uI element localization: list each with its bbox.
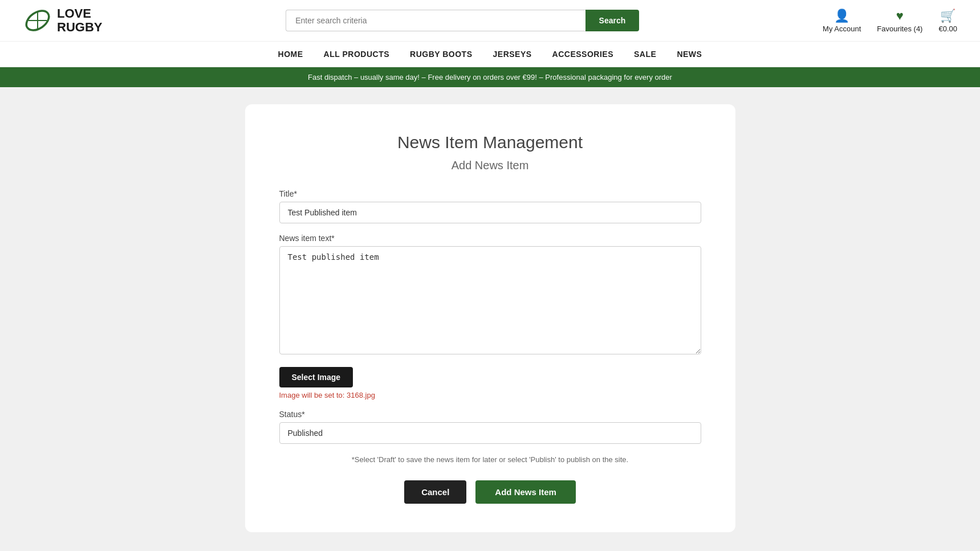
title-input[interactable] (279, 202, 701, 223)
form-actions: Cancel Add News Item (279, 480, 701, 504)
main-nav: HOME ALL PRODUCTS RUGBY BOOTS JERSEYS AC… (0, 42, 980, 67)
favourites-link[interactable]: ♥ Favourites (4) (877, 9, 922, 33)
nav-news[interactable]: NEWS (677, 50, 702, 59)
heart-icon: ♥ (896, 9, 904, 23)
main-content: News Item Management Add News Item Title… (0, 87, 980, 549)
status-hint: *Select 'Draft' to save the news item fo… (279, 454, 701, 466)
nav-all-products[interactable]: ALL PRODUCTS (324, 50, 389, 59)
nav-home[interactable]: HOME (278, 50, 303, 59)
banner-text: Fast dispatch – usually same day! – Free… (308, 73, 672, 81)
my-account-label: My Account (823, 25, 861, 33)
nav-accessories[interactable]: ACCESSORIES (552, 50, 613, 59)
page-title: News Item Management (279, 133, 701, 152)
image-note: Image will be set to: 3168.jpg (279, 391, 701, 399)
status-label: Status* (279, 410, 701, 419)
logo[interactable]: LOVERUGBY (23, 6, 102, 35)
add-news-button[interactable]: Add News Item (475, 480, 576, 504)
search-input[interactable] (286, 10, 585, 31)
nav-jerseys[interactable]: JERSEYS (493, 50, 532, 59)
header-actions: 👤 My Account ♥ Favourites (4) 🛒 €0.00 (823, 9, 957, 33)
status-group: Status* (279, 410, 701, 444)
form-subtitle: Add News Item (279, 159, 701, 172)
cart-icon: 🛒 (940, 9, 955, 23)
news-form-card: News Item Management Add News Item Title… (245, 104, 735, 532)
nav-sale[interactable]: SALE (634, 50, 656, 59)
select-image-button[interactable]: Select Image (279, 367, 353, 387)
brand-name: LOVERUGBY (57, 7, 102, 34)
news-text-group: News item text* Test published item (279, 234, 701, 357)
search-button[interactable]: Search (585, 10, 640, 31)
favourites-label: Favourites (4) (877, 25, 922, 33)
my-account-link[interactable]: 👤 My Account (823, 9, 861, 33)
nav-rugby-boots[interactable]: RUGBY BOOTS (410, 50, 472, 59)
cancel-button[interactable]: Cancel (404, 480, 466, 504)
account-icon: 👤 (834, 9, 849, 23)
promo-banner: Fast dispatch – usually same day! – Free… (0, 67, 980, 87)
title-label: Title* (279, 189, 701, 198)
status-input[interactable] (279, 422, 701, 444)
news-text-label: News item text* (279, 234, 701, 243)
image-group: Select Image Image will be set to: 3168.… (279, 367, 701, 399)
cart-link[interactable]: 🛒 €0.00 (938, 9, 957, 33)
title-group: Title* (279, 189, 701, 223)
site-header: LOVERUGBY Search 👤 My Account ♥ Favourit… (0, 0, 980, 42)
news-text-input[interactable]: Test published item (279, 246, 701, 354)
search-area: Search (286, 10, 639, 31)
cart-total: €0.00 (938, 25, 957, 33)
logo-icon (23, 6, 52, 35)
